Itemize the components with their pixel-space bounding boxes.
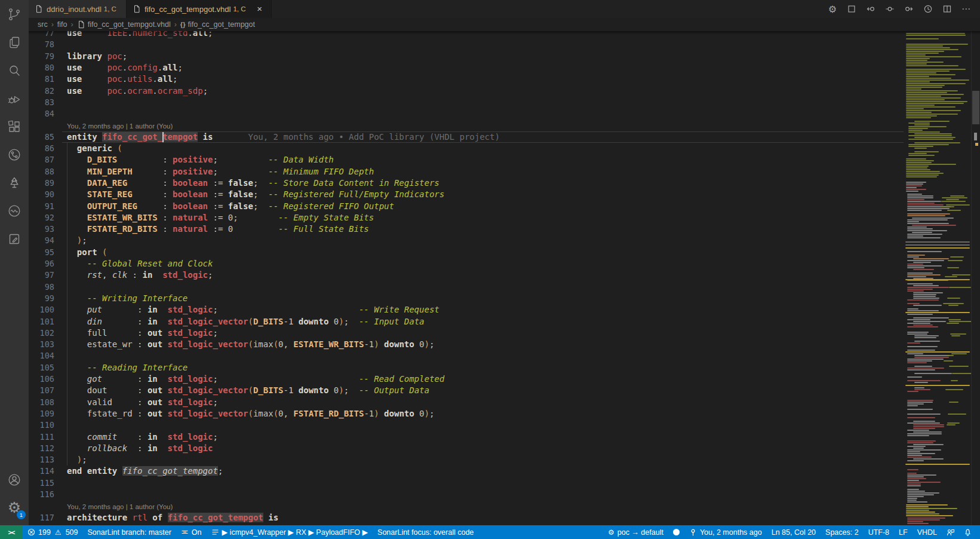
line-number[interactable]: 98 <box>29 281 54 293</box>
activity-item-sonarlint[interactable] <box>0 197 29 225</box>
code-line-80[interactable]: 80use poc.config.all; <box>29 62 904 74</box>
line-number[interactable]: 110 <box>29 419 54 431</box>
code-editor[interactable]: 77use IEEE.numeric_std.all;7879library p… <box>29 31 980 525</box>
code-line-104[interactable]: 104 <box>29 350 904 362</box>
breadcrumb-item-fifo_cc_got_tempgot[interactable]: fifo_cc_got_tempgot <box>188 20 255 29</box>
code-line-107[interactable]: 107 dout : out std_logic_vector(D_BITS-1… <box>29 385 904 396</box>
line-number[interactable]: 77 <box>29 31 54 39</box>
code-line-78[interactable]: 78 <box>29 39 904 50</box>
code-line-110[interactable]: 110 <box>29 419 904 431</box>
line-number[interactable]: 89 <box>29 177 54 189</box>
code-line-106[interactable]: 106 got : in std_logic; -- Read Complete… <box>29 373 904 385</box>
line-number[interactable]: 87 <box>29 154 54 166</box>
line-number[interactable]: 104 <box>29 350 54 362</box>
code-line-89[interactable]: 89 DATA_REG : boolean := false; -- Store… <box>29 177 904 189</box>
line-number[interactable]: 107 <box>29 385 54 396</box>
activity-item-extensions[interactable] <box>0 112 29 140</box>
code-line-112[interactable]: 112 rollback : in std_logic <box>29 443 904 454</box>
breadcrumb-item-src[interactable]: src <box>38 20 48 29</box>
code-line-109[interactable]: 109 fstate_rd : out std_logic_vector(ima… <box>29 408 904 419</box>
status-sonarlint-focus[interactable]: SonarLint focus: overall code <box>373 525 478 539</box>
status-errorlens-toggle[interactable]: On <box>176 525 207 539</box>
status-cursor-position[interactable]: Ln 85, Col 20 <box>767 525 821 539</box>
breadcrumb-item-fifo_cc_got_tempgot.vhdl[interactable]: fifo_cc_got_tempgot.vhdl <box>88 20 171 29</box>
scrollbar-thumb[interactable] <box>972 91 979 124</box>
line-number[interactable]: 91 <box>29 201 54 212</box>
activity-item-search[interactable] <box>0 56 29 84</box>
code-lens[interactable]: You, 2 months ago | 1 author (You) <box>29 500 904 512</box>
code-line-95[interactable]: 95 port ( <box>29 247 904 258</box>
status-notifications[interactable] <box>959 525 976 539</box>
line-number[interactable]: 117 <box>29 512 54 523</box>
activity-item-git-graph[interactable] <box>0 140 29 169</box>
code-line-86[interactable]: 86 generic ( <box>29 143 904 154</box>
activity-item-notebook[interactable] <box>0 225 29 253</box>
line-number[interactable]: 111 <box>29 431 54 443</box>
status-indentation[interactable]: Spaces: 2 <box>821 525 864 539</box>
remote-indicator[interactable]: >< <box>0 525 23 539</box>
code-line-101[interactable]: 101 din : in std_logic_vector(D_BITS-1 d… <box>29 316 904 327</box>
tab-ddrio_inout.vhdl[interactable]: ddrio_inout.vhdl1, C <box>29 0 127 18</box>
line-number[interactable]: 105 <box>29 362 54 373</box>
minimap[interactable] <box>904 31 972 525</box>
code-line-85[interactable]: 85entity fifo_cc_got_tempgot is You, 2 m… <box>29 131 904 143</box>
code-line-108[interactable]: 108 valid : out std_logic; <box>29 397 904 408</box>
code-line-82[interactable]: 82use poc.ocram.ocram_sdp; <box>29 85 904 97</box>
more-actions-icon[interactable]: ⋯ <box>961 4 972 14</box>
code-line-81[interactable]: 81use poc.utils.all; <box>29 74 904 85</box>
line-number[interactable]: 114 <box>29 466 54 477</box>
previous-diff-icon[interactable] <box>865 4 876 14</box>
code-line-102[interactable]: 102 full : out std_logic; <box>29 327 904 339</box>
line-number[interactable]: 82 <box>29 85 54 97</box>
line-number[interactable]: 84 <box>29 108 54 120</box>
tab-fifo_cc_got_tempgot.vhdl[interactable]: fifo_cc_got_tempgot.vhdl1, C× <box>127 0 272 18</box>
code-line-98[interactable]: 98 <box>29 281 904 293</box>
code-line-115[interactable]: 115 <box>29 477 904 489</box>
code-line-87[interactable]: 87 D_BITS : positive; -- Data Width <box>29 154 904 166</box>
code-line-84[interactable]: 84 <box>29 108 904 120</box>
code-line-105[interactable]: 105 -- Reading Interface <box>29 362 904 373</box>
line-number[interactable]: 79 <box>29 51 54 62</box>
activity-item-todo-tree[interactable] <box>0 169 29 197</box>
screencast-square-icon[interactable] <box>846 4 857 14</box>
code-line-83[interactable]: 83 <box>29 97 904 108</box>
line-number[interactable]: 115 <box>29 477 54 489</box>
timeline-clock-icon[interactable] <box>923 4 933 14</box>
code-line-103[interactable]: 103 estate_wr : out std_logic_vector(ima… <box>29 339 904 350</box>
status-gradle-config[interactable]: ⚙poc → default <box>603 525 668 539</box>
status-problems[interactable]: 199⚠509 <box>23 525 82 539</box>
status-status-dot[interactable] <box>668 525 684 539</box>
activity-item-explorer[interactable] <box>0 28 29 56</box>
code-line-92[interactable]: 92 ESTATE_WR_BITS : natural := 0; -- Emp… <box>29 212 904 223</box>
code-line-93[interactable]: 93 FSTATE_RD_BITS : natural := 0 -- Full… <box>29 223 904 235</box>
code-line-117[interactable]: 117architecture rtl of fifo_cc_got_tempg… <box>29 512 904 523</box>
code-line-77[interactable]: 77use IEEE.numeric_std.all; <box>29 31 904 39</box>
line-number[interactable]: 85 <box>29 131 54 143</box>
code-line-90[interactable]: 90 STATE_REG : boolean := false; -- Regi… <box>29 189 904 200</box>
line-number[interactable]: 103 <box>29 339 54 350</box>
code-line-111[interactable]: 111 commit : in std_logic; <box>29 431 904 443</box>
activity-item-settings[interactable]: ⚙1 <box>0 494 29 522</box>
line-number[interactable]: 100 <box>29 304 54 316</box>
status-scope-path[interactable]: ▶ icmpv4_Wrapper ▶ RX ▶ PayloadFIFO ▶ <box>207 525 373 539</box>
status-eol[interactable]: LF <box>894 525 913 539</box>
line-number[interactable]: 94 <box>29 235 54 246</box>
line-number[interactable]: 88 <box>29 166 54 177</box>
line-number[interactable]: 86 <box>29 143 54 154</box>
status-language-mode[interactable]: VHDL <box>913 525 942 539</box>
breadcrumb-item-fifo[interactable]: fifo <box>57 20 67 29</box>
line-number[interactable]: 78 <box>29 39 54 50</box>
line-number[interactable]: 80 <box>29 62 54 74</box>
code-line-97[interactable]: 97 rst, clk : in std_logic; <box>29 270 904 281</box>
code-line-114[interactable]: 114end entity fifo_cc_got_tempgot; <box>29 466 904 477</box>
code-line-116[interactable]: 116 <box>29 489 904 500</box>
code-line-113[interactable]: 113 ); <box>29 454 904 466</box>
status-sonarlint-branch[interactable]: SonarLint branch: master <box>82 525 176 539</box>
customize-layout-gear-icon[interactable]: ⚙ <box>827 4 838 14</box>
line-number[interactable]: 116 <box>29 489 54 500</box>
current-diff-icon[interactable] <box>884 4 895 14</box>
split-editor-icon[interactable] <box>942 4 953 14</box>
line-number[interactable]: 97 <box>29 270 54 281</box>
status-git-blame[interactable]: You, 2 months ago <box>684 525 767 539</box>
activity-item-source-control[interactable] <box>0 0 29 28</box>
